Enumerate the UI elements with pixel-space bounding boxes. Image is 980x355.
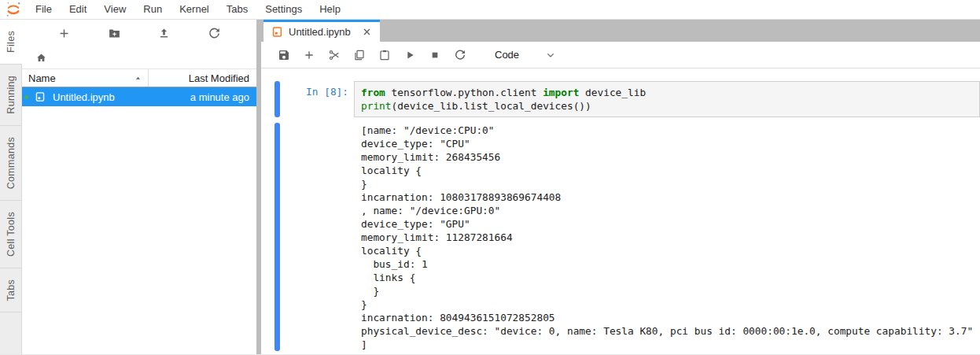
workspace-body: FilesRunningCommandsCell ToolsTabs Name …	[0, 20, 980, 355]
cell-code-editor[interactable]: from tensorflow.python.client import dev…	[354, 81, 980, 117]
plus-icon	[57, 27, 71, 40]
jupyterlab-window: FileEditViewRunKernelTabsSettingsHelp Fi…	[0, 0, 980, 355]
notebook-toolbar-buttons	[271, 49, 473, 61]
sidebar-tab-running[interactable]: Running	[0, 65, 22, 126]
sidebar-tab-label: Tabs	[6, 279, 17, 301]
home-icon[interactable]	[33, 50, 49, 65]
save-icon	[278, 49, 290, 61]
jupyter-logo-icon	[3, 1, 24, 18]
menu-item-help[interactable]: Help	[311, 0, 349, 19]
restart-kernel-button[interactable]	[448, 49, 473, 61]
sidebar-tab-commands[interactable]: Commands	[0, 126, 22, 201]
cell-type-dropdown[interactable]: Code	[495, 49, 519, 61]
sidebar-tab-label: Files	[6, 31, 17, 53]
menu-item-tabs[interactable]: Tabs	[218, 0, 256, 19]
sidebar-tab-files[interactable]: Files	[0, 20, 22, 65]
output-prompt-gutter	[280, 123, 354, 351]
interrupt-kernel-button[interactable]	[422, 49, 448, 61]
code-line: from tensorflow.python.client import dev…	[361, 86, 973, 99]
new-folder-icon	[108, 27, 121, 40]
menu-items: FileEditViewRunKernelTabsSettingsHelp	[27, 0, 349, 19]
column-modified-label: Last Modified	[189, 72, 249, 84]
notebook-icon	[271, 26, 283, 38]
restart-icon	[454, 49, 466, 61]
sort-asc-icon	[134, 74, 142, 83]
copy-cells-button[interactable]	[347, 49, 372, 61]
notebook-icon	[35, 91, 46, 102]
save-button[interactable]	[271, 49, 297, 61]
file-list-header: Name Last Modified	[22, 68, 256, 87]
tab-untitled-ipynb[interactable]: Untitled.ipynb	[263, 20, 380, 42]
sidebar-tab-tabs[interactable]: Tabs	[0, 268, 22, 313]
file-list: Untitled.ipynba minute ago	[22, 87, 256, 355]
tab-title: Untitled.ipynb	[289, 26, 356, 38]
notebook-content: In [8]: from tensorflow.python.client im…	[261, 68, 980, 355]
document-tab-bar: Untitled.ipynb	[261, 20, 980, 42]
run-cell-button[interactable]	[397, 49, 422, 61]
notebook-toolbar: Code	[261, 42, 980, 68]
refresh-button[interactable]	[206, 25, 222, 41]
menu-item-kernel[interactable]: Kernel	[171, 0, 218, 19]
menu-bar: FileEditViewRunKernelTabsSettingsHelp	[0, 0, 980, 20]
cell-output-text: [name: "/device:CPU:0" device_type: "CPU…	[354, 123, 980, 351]
input-collapser[interactable]	[274, 81, 280, 117]
refresh-icon	[208, 27, 221, 40]
input-prompt: In [8]:	[280, 81, 354, 117]
cell-output-area: [name: "/device:CPU:0" device_type: "CPU…	[261, 123, 980, 351]
copy-icon	[353, 49, 366, 61]
menu-item-settings[interactable]: Settings	[256, 0, 311, 19]
sidebar-tabs: FilesRunningCommandsCell ToolsTabs	[0, 20, 22, 355]
new-folder-button[interactable]	[106, 25, 122, 41]
stop-icon	[429, 49, 441, 61]
sidebar-tab-label: Cell Tools	[6, 212, 17, 257]
cut-cells-button[interactable]	[322, 49, 347, 61]
file-name: Untitled.ipynb	[53, 91, 115, 103]
column-name-label: Name	[28, 72, 56, 84]
sidebar-tab-cell-tools[interactable]: Cell Tools	[0, 201, 22, 268]
file-browser-toolbar	[22, 20, 256, 46]
paste-icon	[378, 49, 391, 61]
plus-icon	[303, 49, 315, 61]
run-icon	[403, 49, 416, 61]
upload-icon	[157, 27, 171, 40]
file-browser-panel: Name Last Modified Untitled.ipynba minut…	[22, 20, 256, 355]
upload-button[interactable]	[157, 25, 172, 41]
code-line: print(device_lib.list_local_devices())	[361, 99, 973, 113]
breadcrumb	[22, 46, 256, 68]
chevron-down-icon[interactable]	[544, 49, 557, 61]
sidebar-tab-label: Commands	[6, 137, 17, 189]
menu-item-file[interactable]: File	[27, 0, 61, 19]
output-collapser[interactable]	[274, 123, 280, 351]
code-cell: In [8]: from tensorflow.python.client im…	[261, 81, 980, 117]
sidebar-tab-label: Running	[6, 76, 17, 114]
file-row[interactable]: Untitled.ipynba minute ago	[22, 87, 256, 106]
menu-item-edit[interactable]: Edit	[61, 0, 95, 19]
main-dock-panel: Untitled.ipynb Code In [8]: from tensorf…	[261, 20, 980, 355]
column-header-name[interactable]: Name	[22, 69, 148, 87]
column-header-last-modified[interactable]: Last Modified	[148, 69, 256, 87]
menu-item-run[interactable]: Run	[134, 0, 171, 19]
paste-cells-button[interactable]	[372, 49, 397, 61]
close-icon[interactable]	[361, 26, 373, 38]
menu-item-view[interactable]: View	[95, 0, 134, 19]
new-launcher-button[interactable]	[57, 25, 72, 41]
file-modified: a minute ago	[190, 91, 256, 103]
cut-icon	[328, 49, 341, 61]
insert-cell-button[interactable]	[297, 49, 322, 61]
kernel-running-dot	[24, 95, 28, 99]
sidebar-tabs-filler	[0, 312, 22, 355]
